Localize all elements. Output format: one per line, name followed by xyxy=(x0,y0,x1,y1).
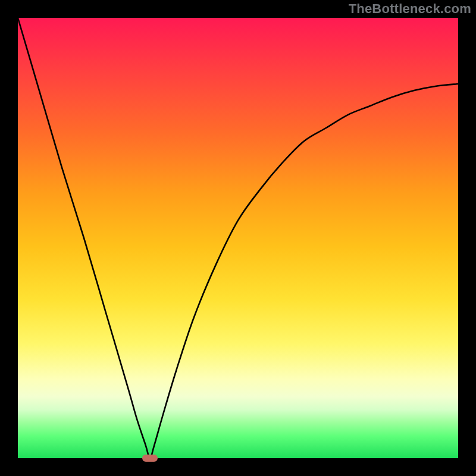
chart-frame: TheBottleneck.com xyxy=(0,0,476,476)
plot-area xyxy=(18,18,458,458)
bottleneck-curve xyxy=(18,18,458,458)
watermark-text: TheBottleneck.com xyxy=(349,1,471,17)
optimal-point-marker xyxy=(142,455,158,462)
